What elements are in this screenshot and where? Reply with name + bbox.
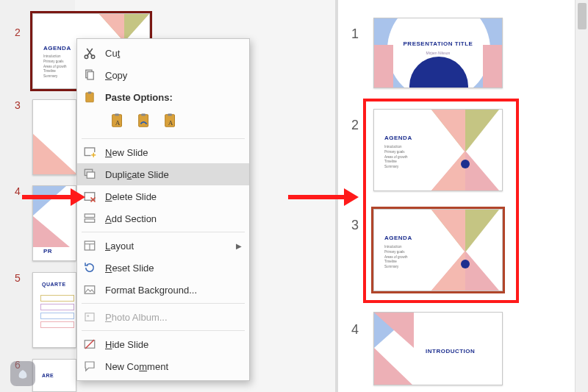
thumb-title: INTRODUCTION (426, 348, 475, 354)
menu-label: Add Section (105, 213, 242, 224)
paste-option-picture[interactable]: A (159, 110, 182, 132)
thumb-title: AGENDA (43, 45, 71, 51)
svg-point-0 (85, 55, 88, 59)
menu-label: New Slide (105, 147, 242, 158)
svg-rect-12 (168, 113, 172, 115)
svg-rect-4 (86, 93, 94, 102)
svg-text:A: A (168, 119, 173, 126)
menu-duplicate-slide[interactable]: Duplicate Slide (77, 163, 249, 185)
svg-rect-10 (141, 113, 146, 115)
paste-option-theme[interactable]: A (107, 110, 129, 132)
slide-number: 4 (351, 322, 359, 338)
menu-separator (82, 330, 245, 331)
duplicate-slide-icon (82, 166, 98, 182)
menu-cut[interactable]: Cut (77, 42, 249, 64)
thumb-title: AGENDA (384, 235, 412, 241)
slide-number: 2 (351, 118, 359, 133)
menu-label: Copy (105, 70, 242, 81)
slide-number: 2 (15, 26, 21, 38)
menu-separator (82, 138, 245, 139)
menu-label: Cut (105, 48, 242, 59)
svg-point-1 (91, 55, 95, 59)
format-bg-icon (82, 282, 98, 298)
copy-icon (82, 67, 98, 83)
menu-separator (82, 232, 245, 232)
thumb-body: Introduction Primary goals Areas of grow… (384, 145, 408, 170)
slide-thumbnail[interactable]: ARE (32, 359, 76, 392)
scrollbar-thumb[interactable] (578, 3, 587, 29)
slide-thumbnail[interactable]: AGENDA Introduction Primary goals Areas … (373, 109, 503, 191)
svg-line-28 (85, 340, 94, 349)
slide-thumbnail[interactable]: INTRODUCTION (373, 312, 503, 385)
menu-reset-slide[interactable]: Reset Slide (77, 257, 249, 279)
add-section-icon (82, 210, 98, 227)
slide-thumbnail[interactable]: QUARTE (32, 272, 76, 348)
new-slide-icon (82, 144, 98, 160)
menu-paste-header: Paste Options: (77, 86, 249, 108)
thumb-body: Introduction Primary goals Areas of grow… (43, 54, 67, 79)
slide-thumbnail[interactable]: AGENDA Introduction Primary goals Areas … (373, 209, 503, 291)
menu-label: Hide Slide (105, 339, 242, 350)
menu-label: Format Background... (105, 285, 242, 296)
slide-thumbnail[interactable] (32, 99, 76, 175)
slide-number: 3 (15, 99, 21, 111)
menu-add-section[interactable]: Add Section (77, 207, 249, 229)
menu-copy[interactable]: Copy (77, 64, 249, 86)
menu-label: Reset Slide (105, 263, 242, 274)
paste-option-source[interactable] (133, 110, 155, 132)
menu-label: New Comment (105, 361, 242, 372)
menu-hide-slide[interactable]: Hide Slide (77, 333, 249, 355)
svg-rect-24 (85, 286, 95, 294)
svg-rect-17 (87, 172, 95, 178)
svg-rect-25 (85, 313, 94, 321)
slide-number: 5 (15, 272, 21, 284)
delete-slide-icon (82, 188, 98, 204)
slide-thumbnail[interactable]: PR (32, 185, 76, 261)
svg-rect-19 (85, 214, 95, 218)
menu-delete-slide[interactable]: Delete Slide (77, 185, 249, 207)
hide-slide-icon (82, 336, 98, 352)
menu-label: Layout (105, 240, 229, 252)
slide-number: 4 (15, 185, 21, 197)
svg-point-26 (87, 315, 89, 317)
context-menu: Cut Copy Paste Options: A A New Slide Du… (76, 38, 250, 381)
paste-icon (82, 89, 98, 105)
layout-icon (82, 238, 98, 254)
submenu-arrow-icon: ▶ (236, 242, 242, 250)
thumb-title: QUARTE (42, 282, 66, 287)
comment-icon (82, 358, 98, 374)
thumb-title: PRESENTATION TITLE (374, 40, 502, 47)
thumb-title: ARE (42, 373, 54, 378)
svg-rect-7 (115, 113, 119, 115)
menu-label: Duplicate Slide (105, 169, 242, 180)
menu-new-slide[interactable]: New Slide (77, 141, 249, 163)
thumb-subtitle: Mirjam Nilsson (374, 51, 502, 55)
menu-new-comment[interactable]: New Comment (77, 355, 249, 377)
menu-separator (82, 303, 245, 304)
watermark-icon (10, 361, 35, 386)
thumb-title: AGENDA (384, 135, 412, 141)
menu-photo-album: Photo Album... (77, 306, 249, 328)
cut-icon (82, 45, 98, 61)
paste-options-bar: A A (77, 108, 249, 136)
scrollbar[interactable] (575, 0, 588, 392)
menu-label: Photo Album... (105, 312, 242, 323)
slide-number: 1 (351, 26, 359, 42)
svg-rect-9 (139, 115, 148, 127)
menu-format-background[interactable]: Format Background... (77, 279, 249, 301)
photo-album-icon (82, 309, 98, 325)
thumb-body: Introduction Primary goals Areas of grow… (384, 245, 408, 270)
svg-text:A: A (115, 119, 121, 126)
svg-rect-20 (85, 219, 95, 223)
reset-icon (82, 260, 98, 276)
slide-number: 3 (351, 218, 359, 233)
svg-rect-5 (88, 92, 92, 94)
menu-label: Delete Slide (105, 191, 242, 202)
svg-rect-3 (87, 72, 93, 80)
thumb-title: PR (43, 248, 52, 254)
menu-label: Paste Options: (105, 92, 242, 103)
slide-thumbnail[interactable]: PRESENTATION TITLE Mirjam Nilsson (373, 18, 503, 88)
menu-layout[interactable]: Layout ▶ (77, 235, 249, 257)
